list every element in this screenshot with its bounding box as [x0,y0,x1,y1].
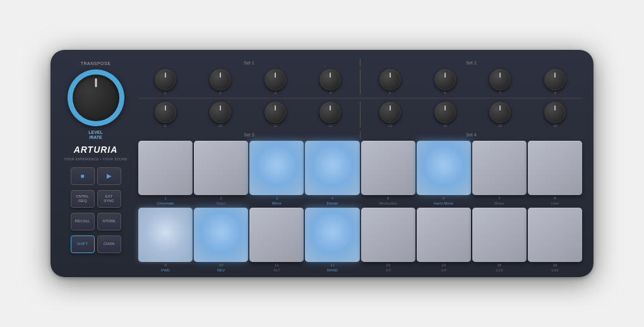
pad-item-15: 15 1/16 [472,208,527,272]
knob-num-14: 14 [443,124,448,128]
knob-14[interactable] [434,102,456,123]
pad-row-1: 1 Chromatic 2 Major 3 Minor [138,141,582,205]
shift-button[interactable]: SHIFT [71,235,95,253]
pad-6[interactable] [417,141,471,195]
pad-num-16: 16 [553,263,558,267]
pad-9[interactable] [138,208,193,262]
knob-1[interactable] [155,69,176,90]
knob-row-1: 1 2 3 4 [138,69,582,95]
knob-11[interactable] [265,102,286,123]
pad-item-4: 4 Dorian [305,141,359,205]
chan-label: CHAN [104,242,114,246]
pad-num-14: 14 [441,263,446,267]
knob-num-12: 12 [328,124,333,128]
pad-4[interactable] [305,141,359,195]
recall-button[interactable]: RECALL [71,213,95,230]
pads-section: Set 3 Set 4 1 Chromatic 2 [138,131,582,272]
knob-3[interactable] [265,69,286,90]
pad-label-1-4: 1/4 [385,268,390,272]
stop-icon: ■ [80,172,84,179]
pad-10[interactable] [194,208,248,262]
pad-label-user: User [551,201,559,205]
set4-label: Set 4 [466,133,476,137]
pad-1[interactable] [138,141,193,195]
pad-7[interactable] [472,141,527,195]
pad-14[interactable] [417,208,471,262]
recall-label: RECALL [75,219,90,223]
knob-item-16: 16 [528,102,582,128]
big-knob-area [68,69,124,126]
pad-3[interactable] [249,141,304,195]
ext-sync-label: EXTSYNC [104,194,114,203]
knob-num-15: 15 [498,124,503,128]
pad-label-chromatic: Chromatic [157,201,174,205]
knob-6[interactable] [434,69,456,90]
pad-num-5: 5 [387,196,389,200]
pad-label-1-8: 1/8 [441,268,446,272]
knob-group-5-8: 5 6 7 8 [363,69,582,95]
pad-row-2: 9 FWD 10 REV 11 ALT 12 [138,208,582,272]
store-label: STORE [102,219,116,223]
pad-item-1: 1 Chromatic [138,141,193,205]
knob-group-9-12: 9 10 11 12 [138,102,357,128]
pad-label-dorian: Dorian [327,201,338,205]
pad-num-7: 7 [498,196,500,200]
set3-label: Set 3 [244,133,254,137]
left-panel: Transpose LEVEL/RATE ARTURIA YOUR EXPERI… [59,59,132,268]
knob-10[interactable] [210,102,231,123]
chan-button[interactable]: CHAN [97,235,121,253]
cntrl-seq-label: CNTRL/SEQ [76,194,88,203]
knob-item-6: 6 [418,69,472,95]
knob-item-10: 10 [193,102,247,128]
ext-sync-button[interactable]: EXTSYNC [97,190,121,208]
store-button[interactable]: STORE [97,213,121,230]
pad-label-mixolydian: Mixolydian [379,201,397,205]
knob-num-13: 13 [388,124,392,128]
pad-num-8: 8 [554,196,556,200]
arturia-tagline: YOUR EXPERIENCE • YOUR SOUND [64,157,127,161]
play-icon: ▶ [107,172,112,179]
pad-item-14: 14 1/8 [417,208,471,272]
knob-num-8: 8 [554,91,556,95]
pad-8[interactable] [528,141,582,195]
knob-item-11: 11 [249,102,302,128]
pad-5[interactable] [361,141,415,195]
knob-item-2: 2 [193,69,247,95]
pad-label-blues: Blues [494,201,504,205]
knob-16[interactable] [544,102,566,123]
pad-13[interactable] [361,208,415,262]
stop-button[interactable]: ■ [71,167,95,185]
knob-row-2: 9 10 11 12 [138,102,582,128]
transpose-knob[interactable] [73,74,119,121]
pad-item-8: 8 User [528,141,582,205]
knob-13[interactable] [379,102,401,123]
pad-12[interactable] [305,208,359,262]
knob-8[interactable] [544,69,566,90]
knob-2[interactable] [210,69,231,90]
knob-5[interactable] [379,69,401,90]
pad-15[interactable] [472,208,527,262]
knob-item-1: 1 [138,69,192,95]
knob-num-7: 7 [499,91,501,95]
knob-section-divider [138,98,582,98]
shift-chan-row: SHIFT CHAN [71,235,121,253]
knob-9[interactable] [155,102,176,123]
play-button[interactable]: ▶ [97,167,121,185]
knob-num-6: 6 [444,91,446,95]
pad-label-1-32: 1/32 [551,268,559,272]
arturia-logo: ARTURIA [74,145,118,155]
pad-num-1: 1 [164,196,166,200]
pad-num-2: 2 [220,196,222,200]
pad-2[interactable] [194,141,248,195]
pad-num-10: 10 [219,263,224,267]
knob-15[interactable] [489,102,511,123]
pad-11[interactable] [249,208,304,262]
knob-7[interactable] [489,69,511,90]
knob-4[interactable] [319,69,341,90]
transport-row: ■ ▶ [71,167,121,185]
cntrl-seq-button[interactable]: CNTRL/SEQ [71,190,95,208]
pad-label-rand: RAND [327,268,338,272]
knob-num-4: 4 [330,91,331,95]
pad-16[interactable] [528,208,582,262]
knob-12[interactable] [319,102,341,123]
